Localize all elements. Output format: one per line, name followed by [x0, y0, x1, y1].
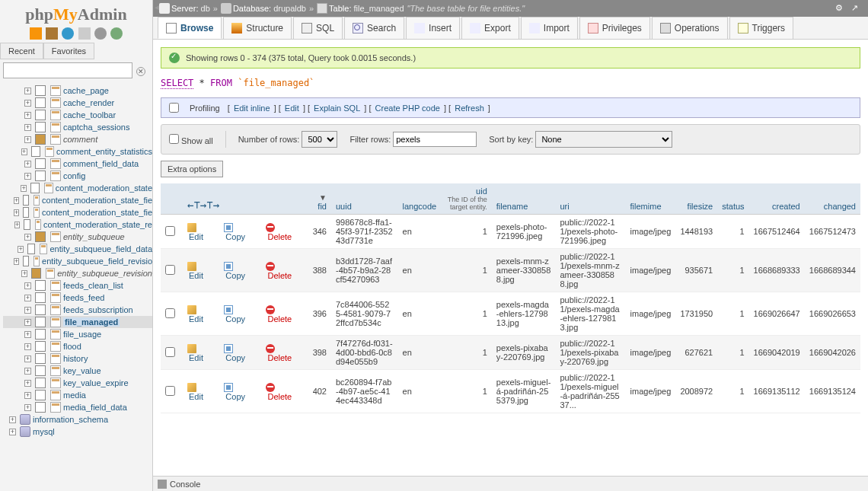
breadcrumb-db[interactable]: drupaldb	[273, 4, 306, 13]
tree-item-content_moderation_state[interactable]: +content_moderation_state	[3, 182, 152, 194]
expand-icon[interactable]: +	[24, 173, 31, 180]
browse-icon[interactable]	[31, 146, 40, 157]
tree-item-entity_subqueue[interactable]: +entity_subqueue	[3, 231, 152, 243]
expand-icon[interactable]: +	[24, 343, 31, 350]
col-uid[interactable]: uid	[476, 187, 487, 196]
delete-link[interactable]: Delete	[267, 232, 292, 241]
expand-icon[interactable]: +	[14, 197, 19, 204]
browse-icon[interactable]	[35, 353, 46, 364]
tree-item-entity_subqueue_field_revisio[interactable]: +entity_subqueue_field_revisio	[3, 255, 152, 267]
docs-icon[interactable]	[62, 27, 74, 40]
edit-link[interactable]: Edit	[189, 353, 203, 362]
tree-item-cache_toolbar[interactable]: +cache_toolbar	[3, 109, 152, 121]
expand-icon[interactable]: +	[24, 234, 31, 241]
expand-icon[interactable]: +	[14, 222, 20, 228]
nav-tree[interactable]: +cache_page+cache_render+cache_toolbar+c…	[0, 81, 152, 491]
tab-operations[interactable]: Operations	[652, 17, 728, 39]
expand-icon[interactable]: +	[24, 307, 31, 314]
tree-item-media[interactable]: +media	[3, 389, 152, 401]
delete-link[interactable]: Delete	[267, 392, 292, 401]
browse-icon[interactable]	[35, 390, 46, 400]
expand-icon[interactable]: +	[24, 355, 31, 362]
tree-item-key_value[interactable]: +key_value	[3, 365, 152, 377]
expand-icon[interactable]: +	[9, 416, 16, 423]
tree-item-flood[interactable]: +flood	[3, 340, 152, 352]
logout-icon[interactable]	[46, 27, 58, 40]
browse-icon[interactable]	[35, 158, 46, 169]
nav-tab-recent[interactable]: Recent	[0, 43, 43, 59]
page-settings-icon[interactable]: ⚙	[835, 3, 846, 14]
tab-search[interactable]: Search	[344, 17, 404, 39]
edit-link[interactable]: Edit	[285, 104, 299, 113]
tree-item-comment_field_data[interactable]: +comment_field_data	[3, 158, 152, 170]
edit-inline-link[interactable]: Edit inline	[234, 104, 270, 113]
delete-link[interactable]: Delete	[267, 353, 292, 362]
browse-icon[interactable]	[30, 183, 40, 193]
reload-icon[interactable]	[110, 27, 123, 40]
expand-icon[interactable]: +	[21, 185, 27, 192]
row-checkbox[interactable]	[165, 226, 175, 236]
expand-icon[interactable]: +	[24, 319, 31, 326]
tree-item-feeds_subscription[interactable]: +feeds_subscription	[3, 304, 152, 316]
expand-icon[interactable]: +	[24, 282, 31, 289]
expand-icon[interactable]: +	[24, 136, 31, 143]
tree-item-entity_subqueue_revision[interactable]: +entity_subqueue_revision	[3, 267, 152, 279]
browse-icon[interactable]	[35, 402, 46, 413]
browse-icon[interactable]	[35, 329, 46, 340]
copy-link[interactable]: Copy	[225, 271, 245, 280]
tree-item-mysql[interactable]: +mysql	[3, 426, 152, 438]
browse-icon[interactable]	[35, 341, 46, 352]
delete-link[interactable]: Delete	[267, 271, 292, 280]
refresh-link[interactable]: Refresh	[455, 104, 484, 113]
tab-privileges[interactable]: Privileges	[579, 17, 650, 39]
edit-link[interactable]: Edit	[189, 232, 203, 241]
tab-browse[interactable]: Browse	[158, 17, 222, 39]
tab-structure[interactable]: Structure	[223, 17, 292, 39]
browse-icon[interactable]	[23, 207, 29, 218]
breadcrumb-server[interactable]: db	[201, 4, 210, 13]
expand-icon[interactable]: +	[24, 295, 31, 301]
expand-icon[interactable]: +	[24, 112, 31, 119]
tree-item-config[interactable]: +config	[3, 170, 152, 182]
tree-item-entity_subqueue_field_data[interactable]: +entity_subqueue_field_data	[3, 243, 152, 255]
tree-item-file_usage[interactable]: +file_usage	[3, 328, 152, 340]
expand-icon[interactable]: +	[14, 258, 19, 265]
row-checkbox[interactable]	[165, 347, 175, 357]
browse-icon[interactable]	[35, 171, 46, 181]
expand-icon[interactable]: +	[24, 392, 31, 399]
col-filesize[interactable]: filesize	[688, 202, 713, 211]
console-bar[interactable]: Console	[153, 476, 868, 491]
tree-item-cache_page[interactable]: +cache_page	[3, 84, 152, 97]
tab-sql[interactable]: SQL	[293, 17, 343, 39]
collapse-panel-icon[interactable]: ◄	[153, 3, 161, 11]
col-status[interactable]: status	[722, 202, 744, 211]
col-langcode[interactable]: langcode	[403, 202, 437, 211]
expand-icon[interactable]: +	[24, 380, 31, 387]
tree-item-content_moderation_state_re[interactable]: +content_moderation_state_re	[3, 218, 152, 231]
tab-import[interactable]: Import	[521, 17, 578, 39]
browse-icon[interactable]	[27, 244, 35, 254]
tree-item-media_field_data[interactable]: +media_field_data	[3, 401, 152, 413]
tree-item-file_managed[interactable]: +file_managed	[3, 316, 152, 328]
create-php-link[interactable]: Create PHP code	[375, 104, 440, 113]
col-fid[interactable]: fid	[318, 202, 327, 211]
browse-icon[interactable]	[31, 268, 40, 279]
col-uuid[interactable]: uuid	[336, 202, 352, 211]
logo[interactable]: phpMyAdmin	[0, 0, 152, 24]
browse-icon[interactable]	[35, 97, 46, 108]
page-exit-icon[interactable]: ↗	[851, 3, 862, 14]
browse-icon[interactable]	[35, 317, 46, 327]
expand-icon[interactable]: +	[14, 209, 19, 216]
browse-icon[interactable]	[24, 219, 30, 230]
expand-icon[interactable]: +	[18, 246, 23, 253]
expand-icon[interactable]: +	[24, 368, 31, 375]
browse-icon[interactable]	[35, 122, 46, 132]
browse-icon[interactable]	[35, 378, 46, 388]
nav-filter-clear-icon[interactable]: ✕	[136, 67, 145, 76]
browse-icon[interactable]	[35, 231, 46, 242]
col-uri[interactable]: uri	[560, 202, 569, 211]
row-checkbox[interactable]	[165, 386, 175, 396]
expand-icon[interactable]: +	[21, 148, 27, 155]
tree-item-cache_render[interactable]: +cache_render	[3, 97, 152, 109]
show-all-checkbox[interactable]	[169, 134, 179, 144]
